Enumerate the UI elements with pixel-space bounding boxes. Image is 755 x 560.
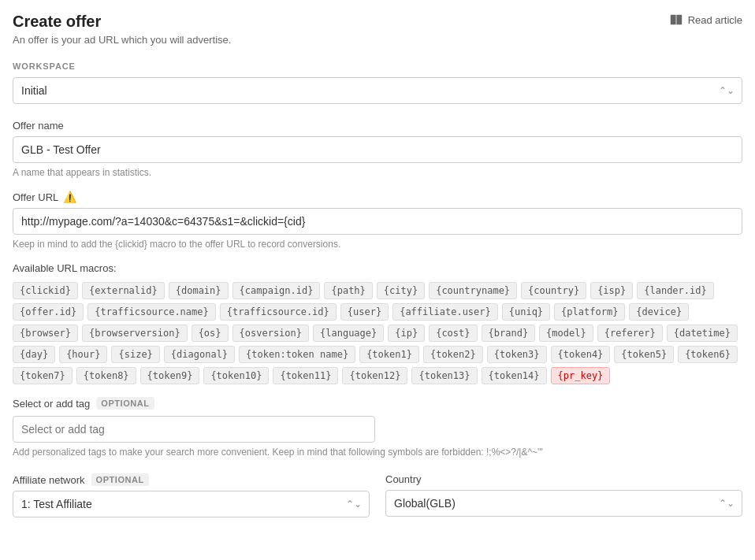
macro-tag[interactable]: {device}	[629, 303, 689, 321]
svg-rect-0	[670, 15, 675, 25]
macro-tag[interactable]: {campaign.id}	[232, 282, 321, 299]
offer-url-label-text: Offer URL	[13, 191, 58, 203]
macro-tag[interactable]: {browserversion}	[82, 325, 188, 342]
offer-url-hint: Keep in mind to add the {clickid} macro …	[13, 239, 742, 250]
offer-name-label: Offer name	[13, 120, 742, 132]
workspace-select-wrapper: Initial ⌃⌄	[13, 77, 742, 104]
macro-tag[interactable]: {path}	[324, 282, 372, 299]
macro-tag[interactable]: {referer}	[597, 325, 663, 342]
macro-tag[interactable]: {offer.id}	[13, 303, 84, 321]
country-section: Country Global(GLB) ⌃⌄	[385, 473, 742, 517]
macro-tag[interactable]: {lander.id}	[637, 282, 713, 299]
macro-tag[interactable]: {cost}	[429, 325, 477, 342]
macro-tag[interactable]: {ip}	[388, 325, 425, 342]
macro-tag[interactable]: {token11}	[273, 367, 338, 384]
macro-tag[interactable]: {token7}	[13, 367, 73, 384]
macro-tag[interactable]: {affiliate.user}	[392, 303, 498, 321]
macro-tag[interactable]: {clickid}	[13, 282, 78, 299]
macro-tag[interactable]: {user}	[340, 303, 389, 321]
macros-section: Available URL macros: {clickid}{external…	[13, 262, 742, 384]
macro-tag[interactable]: {token:token name}	[239, 346, 355, 363]
offer-url-input[interactable]	[13, 208, 742, 235]
book-icon	[669, 13, 683, 27]
macros-label: Available URL macros:	[13, 262, 742, 274]
macro-tag[interactable]: {os}	[192, 325, 229, 342]
macro-tag[interactable]: {model}	[539, 325, 593, 342]
macro-tag[interactable]: {size}	[111, 346, 159, 363]
country-label: Country	[385, 473, 742, 485]
macro-tag[interactable]: {token12}	[342, 367, 407, 384]
macro-tag[interactable]: {pr_key}	[551, 367, 611, 384]
warning-icon: ⚠️	[63, 191, 76, 203]
macro-tag[interactable]: {trafficsource.name}	[87, 303, 216, 321]
macros-grid: {clickid}{externalid}{domain}{campaign.i…	[13, 282, 742, 384]
offer-url-section: Offer URL ⚠️ Keep in mind to add the {cl…	[13, 191, 742, 250]
workspace-label: WORKSPACE	[13, 61, 742, 71]
read-article-label: Read article	[688, 14, 742, 26]
offer-name-section: Offer name A name that appears in statis…	[13, 120, 742, 178]
tags-input[interactable]	[13, 416, 375, 443]
macro-tag[interactable]: {diagonal}	[164, 346, 235, 363]
header-row: Create offer Read article	[13, 13, 742, 31]
tags-label-row: Select or add tag OPTIONAL	[13, 397, 742, 410]
macro-tag[interactable]: {country}	[521, 282, 586, 299]
affiliate-network-optional-badge: OPTIONAL	[91, 473, 149, 486]
tags-hint: Add personalized tags to make your searc…	[13, 447, 742, 458]
affiliate-network-select[interactable]: 1: Test Affiliate	[13, 491, 370, 517]
macro-tag[interactable]: {browser}	[13, 325, 78, 342]
macro-tag[interactable]: {token8}	[76, 367, 136, 384]
affiliate-network-select-wrapper: 1: Test Affiliate ⌃⌄	[13, 491, 370, 517]
macro-tag[interactable]: {token3}	[487, 346, 547, 363]
subtitle: An offer is your ad URL which you will a…	[13, 34, 742, 46]
country-select[interactable]: Global(GLB)	[385, 490, 742, 517]
macro-tag[interactable]: {hour}	[59, 346, 107, 363]
affiliate-network-label-text: Affiliate network	[13, 474, 85, 486]
macro-tag[interactable]: {token5}	[614, 346, 674, 363]
svg-rect-1	[677, 15, 682, 25]
macro-tag[interactable]: {platform}	[554, 303, 625, 321]
macro-tag[interactable]: {brand}	[482, 325, 536, 342]
macro-tag[interactable]: {day}	[13, 346, 55, 363]
macro-tag[interactable]: {token6}	[678, 346, 738, 363]
macro-tag[interactable]: {token9}	[140, 367, 200, 384]
workspace-select[interactable]: Initial	[13, 77, 742, 104]
workspace-section: WORKSPACE Initial ⌃⌄	[13, 61, 742, 104]
tags-optional-badge: OPTIONAL	[96, 397, 154, 410]
macro-tag[interactable]: {isp}	[590, 282, 633, 299]
macro-tag[interactable]: {datetime}	[667, 325, 738, 342]
tags-label: Select or add tag	[13, 398, 90, 410]
macro-tag[interactable]: {trafficsource.id}	[220, 303, 337, 321]
macro-tag[interactable]: {uniq}	[502, 303, 550, 321]
page-container: Create offer Read article An offer is yo…	[0, 0, 755, 533]
svg-rect-2	[675, 15, 677, 25]
macro-tag[interactable]: {token14}	[482, 367, 547, 384]
macro-tag[interactable]: {token1}	[359, 346, 419, 363]
macro-tag[interactable]: {token13}	[411, 367, 477, 384]
page-title: Create offer	[13, 13, 101, 31]
affiliate-network-section: Affiliate network OPTIONAL 1: Test Affil…	[13, 473, 370, 517]
read-article-link[interactable]: Read article	[669, 13, 742, 27]
affiliate-network-label: Affiliate network OPTIONAL	[13, 473, 370, 486]
offer-name-input[interactable]	[13, 136, 742, 163]
macro-tag[interactable]: {osversion}	[232, 325, 309, 342]
country-select-wrapper: Global(GLB) ⌃⌄	[385, 490, 742, 517]
macro-tag[interactable]: {language}	[313, 325, 384, 342]
macro-tag[interactable]: {countryname}	[429, 282, 517, 299]
macro-tag[interactable]: {externalid}	[82, 282, 165, 299]
macro-tag[interactable]: {token4}	[551, 346, 611, 363]
macro-tag[interactable]: {token10}	[203, 367, 269, 384]
bottom-two-col: Affiliate network OPTIONAL 1: Test Affil…	[13, 473, 742, 517]
offer-name-hint: A name that appears in statistics.	[13, 167, 742, 178]
tags-section: Select or add tag OPTIONAL Add personali…	[13, 397, 742, 458]
offer-url-label: Offer URL ⚠️	[13, 191, 742, 203]
macro-tag[interactable]: {domain}	[169, 282, 229, 299]
macro-tag[interactable]: {token2}	[423, 346, 483, 363]
macro-tag[interactable]: {city}	[377, 282, 425, 299]
